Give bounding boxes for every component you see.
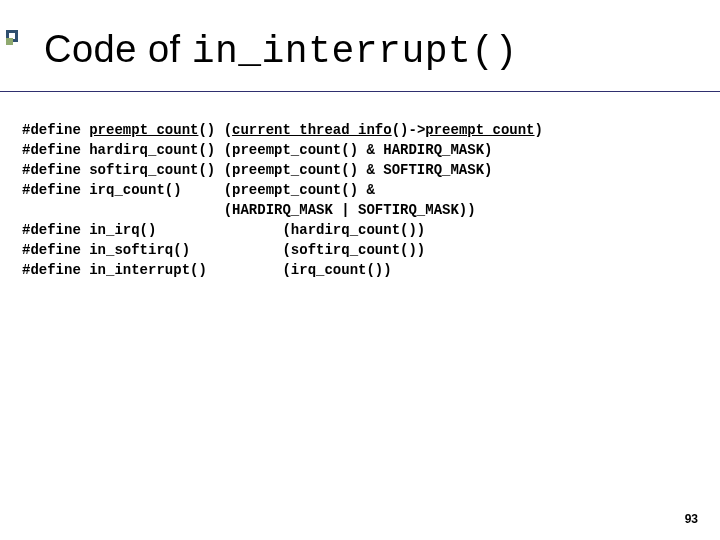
title-underline [0, 90, 720, 92]
slide-title: Code of in_interrupt() [44, 28, 518, 73]
title-bullet-accent-icon [6, 38, 13, 45]
code-block: #define preempt_count() (current_thread_… [22, 120, 543, 280]
slide: Code of in_interrupt() #define preempt_c… [0, 0, 720, 540]
title-mono: in_interrupt() [192, 30, 518, 73]
page-number: 93 [685, 512, 698, 526]
title-prefix: Code of [44, 28, 192, 70]
